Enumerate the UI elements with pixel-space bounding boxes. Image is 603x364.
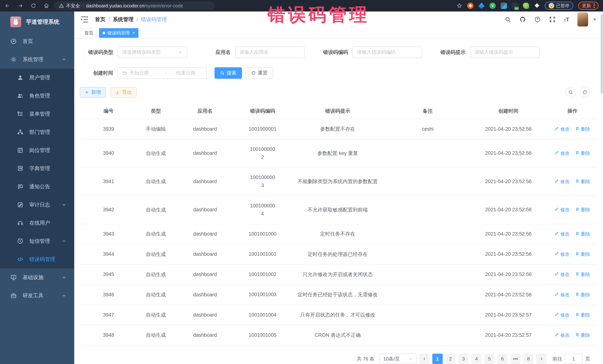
- extension-on-badge-icon[interactable]: on: [512, 3, 518, 9]
- reload-icon[interactable]: [30, 3, 36, 9]
- menu-tree-icon: [17, 111, 23, 117]
- page-button-8[interactable]: 8: [523, 354, 533, 364]
- font-size-icon[interactable]: TT: [564, 17, 569, 22]
- page-button-1[interactable]: 1: [432, 354, 443, 364]
- app-logo-row[interactable]: 芋道管理系统: [0, 11, 74, 32]
- cell-type: 手动编辑: [137, 119, 174, 139]
- extension-green-key-icon[interactable]: [523, 3, 529, 9]
- edit-row-button[interactable]: 修改: [555, 150, 570, 156]
- delete-row-button[interactable]: 删除: [575, 271, 590, 277]
- tag-错误码管理[interactable]: 错误码管理×: [99, 28, 139, 38]
- github-icon[interactable]: [519, 16, 526, 23]
- page-size-select[interactable]: 10条/页: [380, 354, 417, 364]
- edit-row-button[interactable]: 修改: [555, 312, 570, 318]
- breadcrumb-item[interactable]: 首页: [95, 16, 105, 23]
- column-header-操作: 操作: [547, 104, 597, 119]
- sidebar-item-用户管理[interactable]: 用户管理: [0, 69, 74, 87]
- delete-row-button[interactable]: 删除: [575, 332, 590, 338]
- delete-row-button[interactable]: 删除: [575, 126, 590, 132]
- scrollbar-thumb[interactable]: [601, 14, 603, 94]
- cell-actions: 修改删除: [547, 244, 597, 264]
- delete-row-button[interactable]: 删除: [575, 292, 590, 298]
- page-scrollbar[interactable]: [600, 11, 603, 364]
- app-name-input[interactable]: [240, 49, 300, 55]
- sidebar-item-label: 基础设施: [23, 274, 43, 281]
- edit-row-button[interactable]: 修改: [555, 178, 570, 185]
- delete-row-button[interactable]: 删除: [575, 207, 590, 213]
- edit-row-button[interactable]: 修改: [555, 207, 570, 213]
- sidebar-item-首页[interactable]: 首页: [0, 32, 74, 50]
- error-msg-input[interactable]: [475, 49, 535, 55]
- avatar-caret-down-icon[interactable]: [593, 19, 596, 21]
- page-button-2[interactable]: 2: [445, 354, 456, 364]
- browser-update-button[interactable]: 更新: [578, 2, 599, 10]
- extensions-puzzle-icon[interactable]: [534, 3, 540, 9]
- edit-row-button[interactable]: 修改: [555, 126, 570, 132]
- profile-paused-badge[interactable]: 已暂停: [545, 2, 573, 10]
- edit-row-button[interactable]: 修改: [555, 332, 570, 338]
- show-search-toggle-button[interactable]: [566, 87, 576, 98]
- reset-button[interactable]: 重置: [246, 67, 273, 79]
- page-button-5[interactable]: 5: [484, 354, 495, 364]
- fullscreen-icon[interactable]: [549, 16, 556, 23]
- export-button[interactable]: 导出: [111, 87, 137, 98]
- bookmark-star-icon[interactable]: [456, 3, 462, 9]
- extension-grid-icon[interactable]: [500, 3, 507, 9]
- home-icon[interactable]: [43, 3, 49, 9]
- tag-首页[interactable]: 首页: [81, 28, 97, 38]
- back-icon[interactable]: [4, 3, 10, 9]
- sidebar-item-字典管理[interactable]: 字典管理: [0, 159, 74, 177]
- edit-row-button[interactable]: 修改: [555, 271, 570, 277]
- user-avatar[interactable]: [577, 12, 588, 26]
- edit-row-button[interactable]: 修改: [555, 292, 570, 298]
- help-icon[interactable]: [534, 16, 541, 23]
- pagination-ellipsis[interactable]: •••: [510, 354, 521, 364]
- sidebar-item-系统管理[interactable]: 系统管理: [0, 50, 74, 69]
- extension-blue-drop-icon[interactable]: [478, 3, 485, 9]
- sidebar-item-部门管理[interactable]: 部门管理: [0, 123, 74, 141]
- add-button[interactable]: 新增: [80, 87, 106, 98]
- delete-row-button[interactable]: 删除: [575, 312, 590, 318]
- delete-row-button[interactable]: 删除: [575, 150, 590, 156]
- next-page-button[interactable]: [536, 354, 547, 364]
- edit-row-button[interactable]: 修改: [555, 251, 570, 257]
- page-button-4[interactable]: 4: [471, 354, 482, 364]
- create-time-range-picker[interactable]: 开始日期 - 结束日期: [118, 67, 207, 79]
- sidebar-item-在线用户[interactable]: 在线用户: [0, 214, 74, 232]
- prev-page-button[interactable]: [419, 354, 430, 364]
- edit-row-button[interactable]: 修改: [555, 231, 570, 237]
- sidebar-item-岗位管理[interactable]: 岗位管理: [0, 141, 74, 159]
- address-bar[interactable]: 不安全 dashboard.yudao.iocoder.cn /system/e…: [54, 1, 215, 10]
- cell-id: 3942: [80, 196, 137, 224]
- sidebar-item-通知公告[interactable]: 通知公告: [0, 177, 74, 196]
- delete-row-button[interactable]: 删除: [575, 251, 590, 257]
- cell-time: 2021-04-20 23:52:56: [469, 167, 547, 196]
- hamburger-icon[interactable]: [81, 16, 88, 22]
- tag-close-icon[interactable]: ×: [132, 31, 135, 35]
- extension-orange-icon[interactable]: [467, 3, 474, 9]
- page-button-6[interactable]: 6: [497, 354, 508, 364]
- page-button-3[interactable]: 3: [458, 354, 469, 364]
- sidebar-item-错误码管理[interactable]: 错误码管理: [0, 250, 74, 268]
- goto-page-input[interactable]: [565, 354, 583, 364]
- sidebar-item-审计日志[interactable]: 审计日志: [0, 196, 74, 214]
- search-icon: [220, 71, 224, 75]
- cell-time: 2021-04-20 23:52:56: [469, 224, 547, 244]
- sidebar-item-短信管理[interactable]: 短信管理: [0, 232, 74, 250]
- header-search-icon[interactable]: [504, 16, 511, 23]
- extension-green-check-icon[interactable]: V: [489, 3, 496, 9]
- sidebar-item-角色管理[interactable]: 角色管理: [0, 87, 74, 105]
- sidebar-item-基础设施[interactable]: 基础设施: [0, 268, 74, 287]
- sidebar-item-菜单管理[interactable]: 菜单管理: [0, 105, 74, 123]
- delete-row-button[interactable]: 删除: [575, 231, 590, 237]
- cell-id: 3945: [80, 264, 137, 285]
- error-type-select[interactable]: 请选择错误码类型: [118, 46, 187, 58]
- error-code-input[interactable]: [357, 49, 418, 55]
- sidebar-item-研发工具[interactable]: 研发工具: [0, 287, 74, 305]
- breadcrumb-item[interactable]: 系统管理: [113, 16, 134, 23]
- announcement-icon: [17, 184, 23, 190]
- delete-row-button[interactable]: 删除: [575, 178, 590, 185]
- search-button[interactable]: 搜索: [214, 67, 242, 79]
- forward-icon[interactable]: [17, 3, 23, 9]
- refresh-table-button[interactable]: [580, 87, 590, 98]
